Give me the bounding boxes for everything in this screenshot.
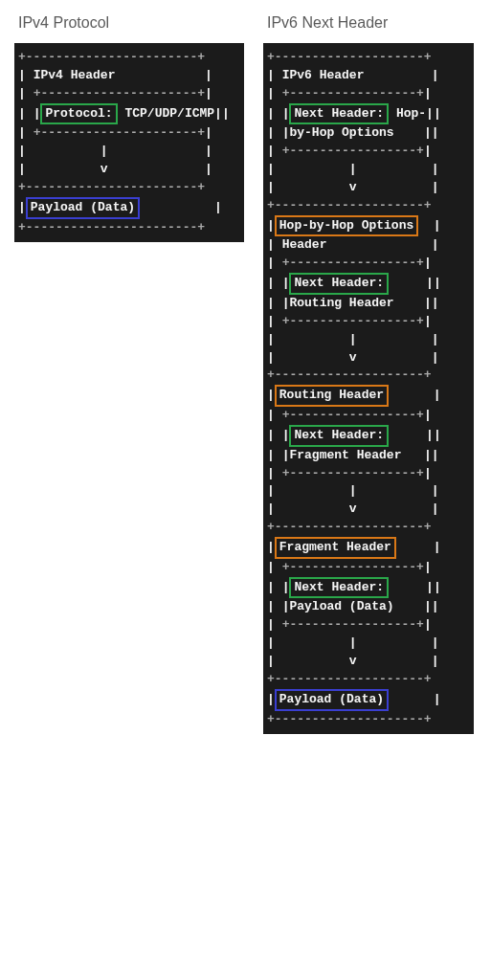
hop-by-hop-header: Hop-by-Hop Options — [275, 215, 418, 237]
ipv4-column: IPv4 Protocol +-----------------------+ … — [14, 14, 244, 242]
next-header-val-b: Routing Header — [289, 296, 393, 310]
ipv6-header-label: IPv6 Header — [282, 68, 365, 82]
next-header-field: Next Header: — [289, 273, 389, 295]
protocol-value: TCP/UDP/ICMP — [124, 106, 214, 121]
ipv4-box: +-----------------------+ | IPv4 Header … — [14, 43, 244, 242]
ipv6-column: IPv6 Next Header +--------------------+ … — [263, 14, 474, 734]
next-header-val-a: Hop- — [396, 106, 426, 121]
fragment-header: Fragment Header — [275, 537, 396, 559]
next-header-val-b: Fragment Header — [289, 448, 401, 462]
ipv4-title: IPv4 Protocol — [18, 14, 244, 32]
next-header-val-b: Payload (Data) — [289, 599, 393, 613]
protocol-field: Protocol: — [40, 103, 117, 125]
ipv6-payload: Payload (Data) — [275, 689, 389, 711]
next-header-field: Next Header: — [289, 577, 389, 599]
hop-by-hop-sub: Header — [282, 237, 327, 252]
ipv6-box: +--------------------+ | IPv6 Header | |… — [263, 43, 474, 734]
next-header-field: Next Header: — [289, 103, 389, 125]
next-header-field: Next Header: — [289, 425, 389, 447]
routing-header: Routing Header — [275, 385, 389, 407]
ipv4-payload: Payload (Data) — [26, 197, 140, 219]
ipv4-header-label: IPv4 Header — [33, 68, 116, 82]
next-header-val-b: by-Hop Options — [289, 125, 393, 140]
ipv6-title: IPv6 Next Header — [267, 14, 474, 32]
